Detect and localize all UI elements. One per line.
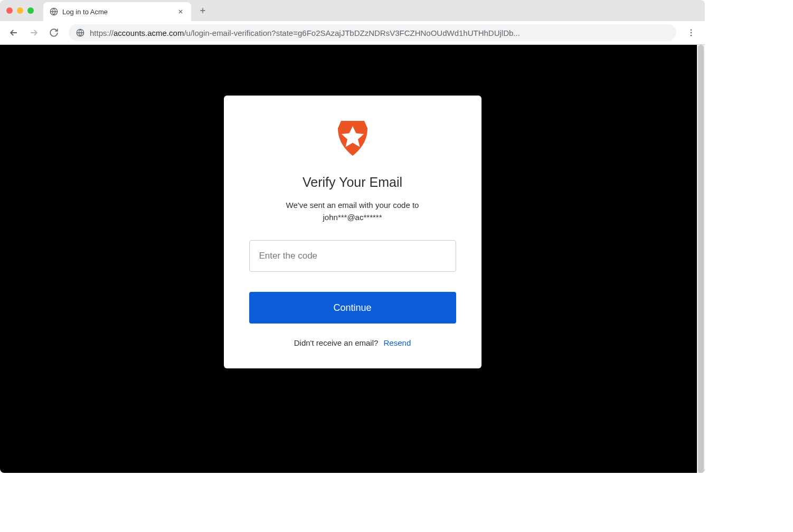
globe-icon: [50, 7, 58, 16]
scrollbar-thumb[interactable]: [698, 45, 704, 473]
svg-point-3: [691, 32, 692, 34]
verify-email-subtext: We've sent an email with your code to jo…: [249, 200, 456, 223]
browser-chrome: Log in to Acme: [0, 0, 705, 45]
maximize-window-button[interactable]: [27, 7, 34, 14]
forward-button[interactable]: [25, 24, 42, 41]
address-bar[interactable]: https://accounts.acme.com/u/login-email-…: [69, 24, 676, 41]
verify-email-card: Verify Your Email We've sent an email wi…: [224, 96, 482, 368]
continue-button[interactable]: Continue: [249, 292, 456, 324]
svg-point-4: [691, 35, 692, 36]
verification-code-input[interactable]: [249, 240, 456, 272]
resend-link[interactable]: Resend: [384, 338, 411, 347]
browser-menu-button[interactable]: [683, 24, 700, 41]
masked-email: john***@ac******: [323, 213, 382, 222]
nav-bar: https://accounts.acme.com/u/login-email-…: [0, 21, 705, 44]
url-text: https://accounts.acme.com/u/login-email-…: [90, 28, 520, 37]
window-controls: [6, 7, 34, 14]
resend-prompt: Didn't receive an email?: [294, 338, 379, 347]
resend-row: Didn't receive an email? Resend: [249, 338, 456, 347]
minimize-window-button[interactable]: [17, 7, 23, 14]
globe-icon: [76, 28, 84, 37]
svg-point-2: [691, 29, 692, 31]
browser-tab[interactable]: Log in to Acme: [43, 2, 191, 21]
tab-bar: Log in to Acme: [0, 0, 705, 21]
shield-star-logo-icon: [337, 121, 369, 158]
vertical-scrollbar[interactable]: [697, 45, 705, 473]
verify-email-heading: Verify Your Email: [249, 175, 456, 190]
reload-button[interactable]: [45, 24, 62, 41]
back-button[interactable]: [5, 24, 22, 41]
new-tab-button[interactable]: [195, 3, 210, 18]
close-tab-button[interactable]: [176, 7, 185, 16]
tab-title: Log in to Acme: [62, 8, 172, 16]
page-content: Verify Your Email We've sent an email wi…: [0, 45, 705, 473]
close-window-button[interactable]: [6, 7, 13, 14]
